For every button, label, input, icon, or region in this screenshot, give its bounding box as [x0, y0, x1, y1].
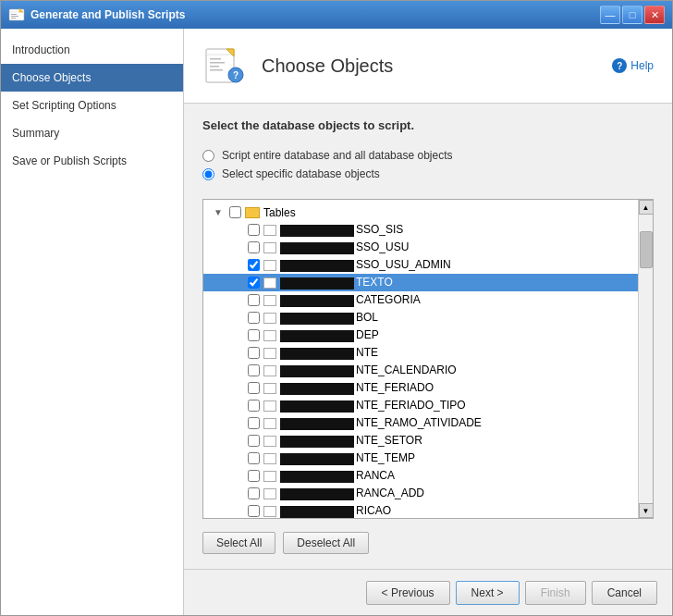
main-header-title: Choose Objects	[262, 55, 393, 77]
close-button[interactable]: ✕	[644, 6, 665, 24]
table-icon	[263, 453, 276, 464]
list-item[interactable]: ▶ SSO_SIS	[203, 221, 638, 239]
sidebar-item-introduction[interactable]: Introduction	[1, 36, 183, 64]
title-bar-icon	[8, 6, 25, 23]
scroll-arrow-up[interactable]: ▲	[639, 200, 654, 215]
list-item[interactable]: ▶ RICAO	[203, 502, 638, 518]
table-icon	[263, 436, 276, 447]
list-item[interactable]: ▶ NTE_FERIADO	[203, 379, 638, 397]
tree-checkbox-10[interactable]	[248, 400, 260, 412]
tree-scrollbar[interactable]: ▲ ▼	[638, 200, 653, 518]
content-area: Introduction Choose Objects Set Scriptin…	[1, 29, 672, 615]
list-item[interactable]: ▶ NTE	[203, 344, 638, 362]
tree-checkbox-11[interactable]	[248, 417, 260, 429]
tree-expander-root[interactable]: ▼	[211, 205, 226, 220]
list-item[interactable]: ▶ RANCA	[203, 467, 638, 485]
tree-checkbox-12[interactable]	[248, 435, 260, 447]
table-icon	[263, 295, 276, 306]
sidebar-item-save-or-publish[interactable]: Save or Publish Scripts	[1, 147, 183, 175]
title-bar-controls: — □ ✕	[600, 6, 665, 24]
list-item[interactable]: ▶ DEP	[203, 326, 638, 344]
table-icon	[263, 277, 276, 289]
tree-button-row: Select All Deselect All	[202, 532, 654, 554]
tree-container: ▼ Tables ▶	[202, 199, 654, 519]
maximize-button[interactable]: □	[622, 6, 642, 24]
list-item[interactable]: ▶ SSO_USU	[203, 239, 638, 256]
list-item[interactable]: ▶ NTE_CALENDARIO	[203, 362, 638, 379]
tree-checkbox-16[interactable]	[248, 505, 260, 517]
tree-checkbox-5[interactable]	[248, 312, 260, 324]
list-item[interactable]: ▶ RANCA_ADD	[203, 485, 638, 502]
tree-checkbox-4[interactable]	[248, 294, 260, 306]
table-icon	[263, 488, 276, 499]
scroll-arrow-down[interactable]: ▼	[639, 503, 654, 518]
cancel-button[interactable]: Cancel	[592, 581, 657, 605]
tree-checkbox-0[interactable]	[248, 224, 260, 236]
radio-specific-objects[interactable]: Select specific database objects	[202, 167, 654, 180]
tree-checkbox-15[interactable]	[248, 487, 260, 499]
svg-rect-10	[210, 69, 223, 71]
folder-icon	[245, 207, 260, 218]
tree-root-label: Tables	[263, 206, 296, 219]
table-icon	[263, 400, 276, 412]
help-link[interactable]: ? Help	[612, 58, 654, 73]
table-icon	[263, 225, 276, 236]
tree-checkbox-6[interactable]	[248, 329, 260, 341]
sidebar-item-set-scripting-options[interactable]: Set Scripting Options	[1, 92, 183, 119]
svg-text:?: ?	[233, 70, 239, 80]
tree-checkbox-tables[interactable]	[229, 206, 241, 218]
sidebar-item-choose-objects[interactable]: Choose Objects	[1, 64, 183, 92]
tree-checkbox-9[interactable]	[248, 382, 260, 394]
minimize-button[interactable]: —	[600, 6, 620, 24]
table-icon	[263, 506, 276, 517]
table-icon	[263, 383, 276, 394]
main-body: Select the database objects to script. S…	[184, 104, 672, 569]
svg-rect-3	[11, 16, 18, 17]
svg-rect-7	[210, 58, 221, 60]
instruction-text: Select the database objects to script.	[202, 118, 654, 132]
list-item[interactable]: ▶ NTE_TEMP	[203, 450, 638, 467]
deselect-all-button[interactable]: Deselect All	[283, 532, 369, 554]
tree-checkbox-2[interactable]	[248, 259, 260, 271]
title-bar: Generate and Publish Scripts — □ ✕	[1, 1, 672, 29]
svg-rect-2	[11, 14, 17, 15]
list-item[interactable]: ▶ NTE_RAMO_ATIVIDADE	[203, 414, 638, 432]
table-icon	[263, 313, 276, 324]
tree-checkbox-8[interactable]	[248, 364, 260, 376]
previous-button[interactable]: < Previous	[366, 581, 450, 605]
sidebar-item-summary[interactable]: Summary	[1, 119, 183, 147]
next-button[interactable]: Next >	[456, 581, 520, 605]
list-item[interactable]: ▶ NTE_FERIADO_TIPO	[203, 397, 638, 414]
main-header: ? Choose Objects ? Help	[184, 29, 672, 104]
table-icon	[263, 330, 276, 341]
svg-rect-4	[11, 18, 16, 18]
select-all-button[interactable]: Select All	[202, 532, 275, 554]
tree-checkbox-14[interactable]	[248, 470, 260, 482]
footer: < Previous Next > Finish Cancel	[184, 569, 672, 615]
tree-checkbox-7[interactable]	[248, 347, 260, 359]
svg-rect-8	[210, 62, 225, 64]
tree-scroll[interactable]: ▼ Tables ▶	[203, 200, 638, 518]
title-bar-title: Generate and Publish Scripts	[31, 8, 600, 21]
tree-checkbox-3[interactable]	[248, 277, 260, 289]
radio-entire-db-input[interactable]	[202, 150, 214, 162]
main-area: ? Choose Objects ? Help Select the datab…	[184, 29, 672, 615]
table-icon	[263, 260, 276, 271]
help-icon: ?	[612, 58, 627, 73]
radio-entire-db[interactable]: Script entire database and all database …	[202, 149, 654, 162]
table-icon	[263, 348, 276, 359]
scroll-thumb[interactable]	[640, 231, 653, 268]
list-item[interactable]: ▶ NTE_SETOR	[203, 432, 638, 450]
list-item[interactable]: ▶ SSO_USU_ADMIN	[203, 256, 638, 274]
table-icon	[263, 365, 276, 376]
list-item[interactable]: ▶ BOL	[203, 309, 638, 326]
finish-button[interactable]: Finish	[525, 581, 586, 605]
tree-checkbox-13[interactable]	[248, 452, 260, 464]
list-item[interactable]: ▶ TEXTO	[203, 274, 638, 291]
list-item[interactable]: ▶ CATEGORIA	[203, 291, 638, 309]
radio-specific-objects-input[interactable]	[202, 168, 214, 180]
header-icon: ?	[202, 43, 247, 88]
table-icon	[263, 242, 276, 253]
tree-checkbox-1[interactable]	[248, 241, 260, 253]
tree-root[interactable]: ▼ Tables	[203, 203, 638, 221]
